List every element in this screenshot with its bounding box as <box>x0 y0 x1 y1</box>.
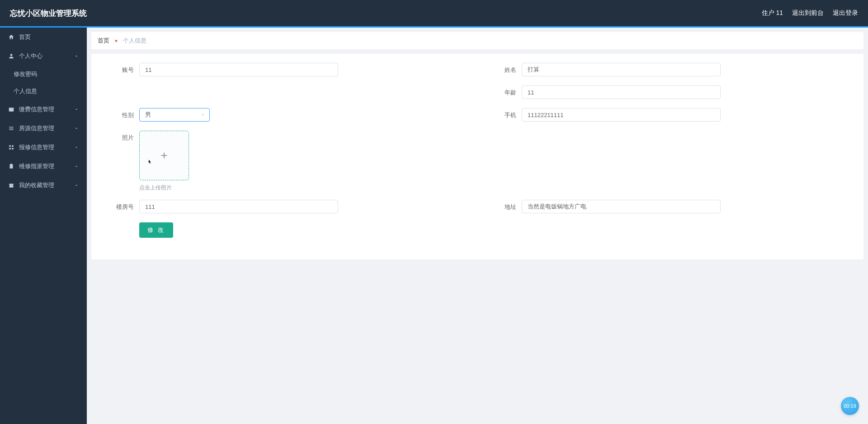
chevron-down-icon <box>200 112 206 118</box>
sidebar-item-label: 报修信息管理 <box>19 143 54 151</box>
sidebar-item-label: 修改密码 <box>14 70 37 78</box>
input-name[interactable] <box>522 63 721 76</box>
svg-rect-4 <box>12 145 14 147</box>
select-gender-value: 男 <box>145 111 151 119</box>
app-header: 忘忧小区物业管理系统 住户 11 退出到前台 退出登录 <box>0 0 868 26</box>
chevron-down-icon <box>74 164 79 169</box>
sidebar-item-label: 缴费信息管理 <box>19 105 54 113</box>
breadcrumb-separator-icon <box>113 37 119 44</box>
upload-photo[interactable] <box>139 131 189 180</box>
label-account: 账号 <box>104 63 139 77</box>
breadcrumb: 首页 个人信息 <box>91 32 863 49</box>
svg-rect-8 <box>10 164 12 165</box>
svg-rect-5 <box>9 148 11 150</box>
label-building: 楼房号 <box>104 200 139 214</box>
sidebar-subitem-change-password[interactable]: 修改密码 <box>0 66 87 83</box>
logout-link[interactable]: 退出登录 <box>833 9 858 17</box>
sidebar-subitem-personal-info[interactable]: 个人信息 <box>0 83 87 100</box>
home-icon <box>8 34 14 40</box>
input-phone[interactable] <box>522 108 721 122</box>
list-icon <box>8 125 14 132</box>
sidebar-item-repair-mgmt[interactable]: 报修信息管理 <box>0 138 87 157</box>
chevron-down-icon <box>74 126 79 131</box>
user-icon <box>8 53 14 59</box>
sidebar-item-label: 我的收藏管理 <box>19 181 54 189</box>
grid-icon <box>8 144 14 151</box>
form-card: 账号 姓名 年龄 <box>91 54 863 259</box>
label-photo: 照片 <box>104 131 139 145</box>
sidebar-item-personal-center[interactable]: 个人中心 <box>0 47 87 66</box>
svg-rect-2 <box>9 108 14 109</box>
sidebar-item-housing-mgmt[interactable]: 房源信息管理 <box>0 119 87 138</box>
main-content: 首页 个人信息 账号 姓名 <box>87 28 868 424</box>
label-name: 姓名 <box>486 63 522 77</box>
sidebar-item-dispatch-mgmt[interactable]: 维修指派管理 <box>0 157 87 176</box>
timer-badge[interactable]: 00:19 <box>841 397 859 415</box>
label-phone: 手机 <box>486 108 522 122</box>
wallet-icon <box>8 106 14 113</box>
chevron-down-icon <box>74 145 79 150</box>
label-address: 地址 <box>486 200 522 214</box>
header-actions: 住户 11 退出到前台 退出登录 <box>762 9 858 17</box>
svg-rect-7 <box>10 164 13 168</box>
chevron-up-icon <box>74 54 79 58</box>
clipboard-icon <box>8 163 14 170</box>
plus-icon <box>159 151 169 160</box>
sidebar-item-label: 维修指派管理 <box>19 162 54 170</box>
app-title: 忘忧小区物业管理系统 <box>10 8 87 19</box>
label-gender: 性别 <box>104 108 139 122</box>
sidebar-item-home[interactable]: 首页 <box>0 28 87 47</box>
svg-rect-3 <box>9 145 11 147</box>
sidebar: 首页 个人中心 修改密码 个人信息 缴费信息管理 房源信息管理 报修信息管理 <box>0 28 87 424</box>
submit-button[interactable]: 修 改 <box>139 222 173 238</box>
input-building[interactable] <box>139 200 338 213</box>
sidebar-item-label: 首页 <box>19 33 31 41</box>
input-address[interactable] <box>522 200 721 213</box>
svg-point-0 <box>10 54 13 56</box>
svg-rect-6 <box>12 148 14 150</box>
breadcrumb-current: 个人信息 <box>123 37 146 45</box>
ticket-icon <box>8 182 14 188</box>
input-account[interactable] <box>139 63 338 76</box>
input-age[interactable] <box>522 85 721 99</box>
chevron-down-icon <box>74 183 79 188</box>
upload-hint: 点击上传照片 <box>139 184 468 192</box>
sidebar-item-label: 个人信息 <box>14 87 37 95</box>
timer-value: 00:19 <box>844 403 856 409</box>
label-age: 年龄 <box>486 85 522 100</box>
sidebar-item-favorite-mgmt[interactable]: 我的收藏管理 <box>0 176 87 195</box>
user-label[interactable]: 住户 11 <box>762 9 783 17</box>
sidebar-item-label: 个人中心 <box>19 52 42 60</box>
select-gender[interactable]: 男 <box>139 108 210 122</box>
sidebar-item-payment-mgmt[interactable]: 缴费信息管理 <box>0 100 87 119</box>
breadcrumb-home[interactable]: 首页 <box>98 37 109 45</box>
sidebar-item-label: 房源信息管理 <box>19 124 54 132</box>
chevron-down-icon <box>74 107 79 112</box>
frontend-link[interactable]: 退出到前台 <box>792 9 824 17</box>
